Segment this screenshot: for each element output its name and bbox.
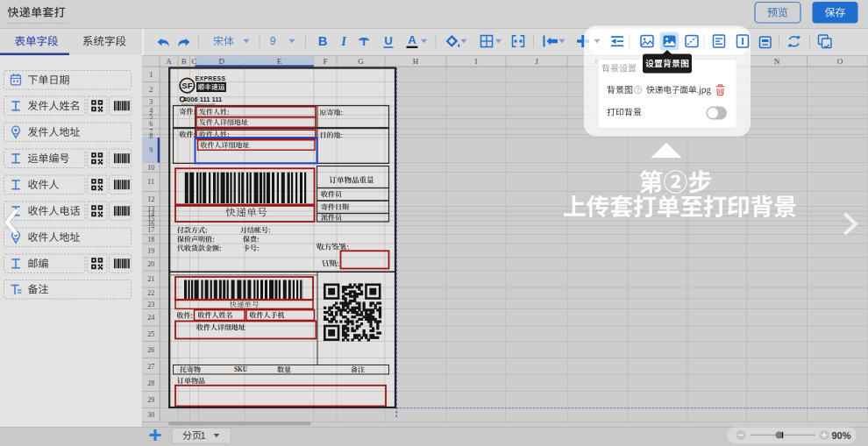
svg-text:20: 20: [147, 260, 154, 268]
svg-text:H: H: [413, 57, 419, 66]
svg-text:18: 18: [147, 236, 154, 244]
svg-text:19: 19: [147, 247, 154, 255]
svg-text:6: 6: [149, 120, 153, 128]
svg-text:12: 12: [147, 195, 154, 203]
svg-text:D: D: [219, 57, 225, 66]
svg-text:A: A: [166, 57, 172, 66]
svg-text:25: 25: [147, 330, 154, 338]
svg-text:A: A: [408, 33, 416, 46]
svg-text:9: 9: [149, 146, 153, 154]
svg-text:I: I: [340, 35, 346, 48]
svg-text:22: 22: [147, 289, 154, 297]
svg-text:1: 1: [149, 71, 153, 79]
svg-text:C: C: [191, 57, 196, 66]
svg-text:?: ?: [637, 87, 640, 93]
svg-text:21: 21: [147, 275, 154, 283]
svg-text:T: T: [360, 35, 367, 48]
svg-text:EXPRESS: EXPRESS: [196, 75, 226, 81]
svg-text:1: 1: [200, 430, 205, 441]
svg-text:N: N: [774, 57, 780, 66]
svg-text:U: U: [384, 34, 392, 47]
svg-text:23: 23: [147, 301, 154, 308]
svg-text:28: 28: [147, 379, 154, 387]
svg-text:29: 29: [147, 396, 154, 404]
svg-text:11: 11: [147, 178, 154, 186]
svg-text:F: F: [323, 57, 327, 66]
svg-text:B: B: [318, 34, 327, 48]
svg-text:SKU: SKU: [234, 366, 248, 373]
svg-text:9: 9: [270, 35, 276, 47]
svg-text:17: 17: [147, 226, 154, 234]
svg-text:27: 27: [147, 363, 154, 371]
svg-text:8: 8: [149, 132, 153, 140]
svg-text:24: 24: [147, 314, 154, 322]
svg-text:E: E: [277, 57, 282, 66]
svg-text:J: J: [535, 57, 538, 66]
svg-text:I: I: [475, 57, 478, 66]
svg-text:10: 10: [147, 164, 154, 172]
svg-text:B: B: [181, 57, 187, 66]
svg-text:90%: 90%: [831, 430, 850, 441]
svg-text:30: 30: [147, 411, 154, 419]
svg-text:26: 26: [147, 346, 154, 354]
svg-text:2: 2: [149, 86, 153, 94]
svg-text:O: O: [837, 57, 843, 66]
svg-text:G: G: [358, 57, 364, 66]
svg-text:3: 3: [149, 98, 153, 106]
svg-text:SF: SF: [181, 81, 192, 90]
